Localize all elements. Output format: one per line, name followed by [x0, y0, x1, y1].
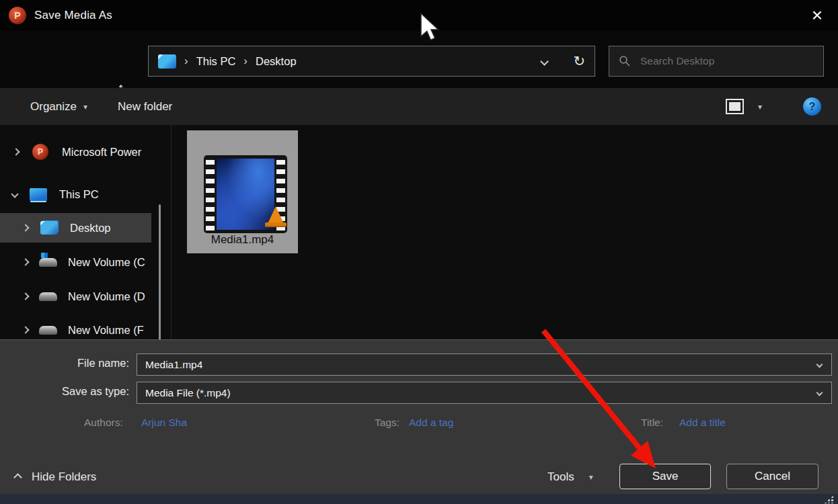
system-drive-icon — [39, 258, 57, 267]
chevron-up-icon — [13, 473, 22, 482]
breadcrumb-separator: › — [243, 54, 247, 68]
tags-label: Tags: — [375, 417, 399, 429]
tools-label: Tools — [547, 470, 574, 484]
sidebar-item-microsoft-powerpoint[interactable]: P Microsoft Power — [0, 138, 171, 166]
content-area: P Microsoft Power This PC Desktop New Vo… — [0, 125, 838, 339]
file-name-field-label: File name: — [27, 357, 129, 370]
save-button[interactable]: Save — [619, 464, 711, 489]
sidebar-item-new-volume-f[interactable]: New Volume (F — [0, 316, 168, 339]
tools-button[interactable]: Tools ▾ — [547, 464, 593, 490]
help-icon[interactable]: ? — [803, 97, 821, 116]
filmstrip-sprockets — [206, 158, 215, 230]
title-label: Title: — [641, 417, 663, 429]
desktop-icon — [40, 221, 58, 235]
chevron-right-icon[interactable] — [22, 292, 29, 300]
close-icon[interactable]: × — [796, 0, 838, 31]
vlc-cone-icon — [267, 206, 284, 225]
drive-icon — [39, 326, 57, 335]
powerpoint-icon: P — [32, 144, 48, 160]
save-media-as-dialog: P Save Media As × ← → ↑ › This PC › Desk… — [0, 0, 838, 504]
search-input[interactable] — [640, 55, 802, 67]
save-button-label: Save — [652, 470, 679, 483]
hide-folders-label: Hide Folders — [32, 470, 96, 484]
cancel-button[interactable]: Cancel — [726, 464, 818, 489]
new-folder-label: New folder — [118, 100, 172, 114]
title-add-link[interactable]: Add a title — [679, 417, 726, 429]
sidebar-item-label: This PC — [59, 188, 99, 201]
sidebar-item-desktop[interactable]: Desktop — [0, 213, 151, 243]
search-icon — [619, 55, 631, 67]
refresh-icon[interactable]: ↻ — [573, 53, 585, 69]
sidebar-item-new-volume-d[interactable]: New Volume (D — [0, 282, 168, 310]
this-pc-icon — [30, 188, 47, 201]
cancel-button-label: Cancel — [755, 470, 790, 483]
new-folder-button[interactable]: New folder — [118, 88, 172, 125]
sidebar-item-label: Microsoft Power — [62, 146, 141, 159]
tags-add-link[interactable]: Add a tag — [409, 417, 453, 429]
save-as-type-select[interactable]: Media File (*.mp4) — [137, 382, 832, 404]
address-bar[interactable]: › This PC › Desktop ↻ — [148, 46, 595, 77]
sidebar-item-new-volume-c[interactable]: New Volume (C — [0, 248, 168, 276]
chevron-down-icon[interactable] — [11, 190, 18, 198]
search-box — [609, 46, 824, 77]
save-as-type-field-label: Save as type: — [27, 385, 129, 398]
organize-button[interactable]: Organize ▾ — [30, 88, 87, 125]
sidebar-item-this-pc[interactable]: This PC — [0, 180, 171, 208]
chevron-right-icon[interactable] — [22, 224, 29, 231]
file-item-media1[interactable]: Media1.mp4 — [187, 130, 298, 253]
save-as-type-value: Media File (*.mp4) — [137, 387, 817, 399]
file-name-combobox — [137, 353, 832, 376]
drive-icon — [39, 292, 57, 301]
window-title: Save Media As — [34, 9, 112, 22]
breadcrumb-desktop[interactable]: Desktop — [256, 55, 297, 68]
change-view-icon[interactable] — [726, 99, 744, 114]
video-frame-image — [217, 159, 274, 230]
sidebar-divider — [171, 125, 172, 339]
resize-grip[interactable] — [824, 495, 834, 503]
address-dropdown-chevron-icon[interactable] — [541, 57, 549, 66]
sidebar-item-label: New Volume (D — [68, 290, 145, 303]
video-thumbnail-icon — [204, 155, 287, 233]
organize-caret-icon: ▾ — [83, 102, 87, 112]
chevron-right-icon[interactable] — [12, 148, 20, 155]
authors-label: Authors: — [84, 417, 123, 429]
chevron-down-icon[interactable] — [816, 362, 823, 368]
navigation-bar: ← → ↑ › This PC › Desktop ↻ — [0, 31, 838, 88]
windows-flag-icon — [41, 253, 48, 258]
save-options-panel: File name: Save as type: Media File (*.m… — [0, 339, 838, 494]
taskbar-edge — [0, 494, 838, 504]
breadcrumb-separator: › — [184, 54, 188, 68]
sidebar-item-label: New Volume (F — [68, 324, 144, 337]
authors-value-link[interactable]: Arjun Sha — [141, 417, 187, 429]
view-options-caret-icon[interactable]: ▾ — [758, 102, 762, 112]
file-name-label: Media1.mp4 — [187, 233, 298, 247]
desktop-location-icon — [158, 54, 176, 69]
breadcrumb-this-pc[interactable]: This PC — [196, 55, 236, 68]
sidebar-scrollbar[interactable] — [159, 204, 161, 339]
sidebar-item-label: Desktop — [70, 222, 111, 235]
chevron-right-icon[interactable] — [22, 326, 29, 333]
sidebar-item-label: New Volume (C — [68, 256, 145, 269]
tools-caret-icon: ▾ — [589, 472, 593, 482]
title-bar: P Save Media As × — [0, 0, 838, 31]
chevron-right-icon[interactable] — [22, 258, 29, 265]
powerpoint-icon: P — [9, 7, 26, 24]
chevron-down-icon — [816, 390, 823, 396]
file-name-input[interactable] — [137, 359, 817, 371]
hide-folders-button[interactable]: Hide Folders — [15, 470, 96, 484]
command-toolbar: Organize ▾ New folder ▾ ? — [0, 88, 838, 125]
organize-label: Organize — [30, 100, 77, 114]
